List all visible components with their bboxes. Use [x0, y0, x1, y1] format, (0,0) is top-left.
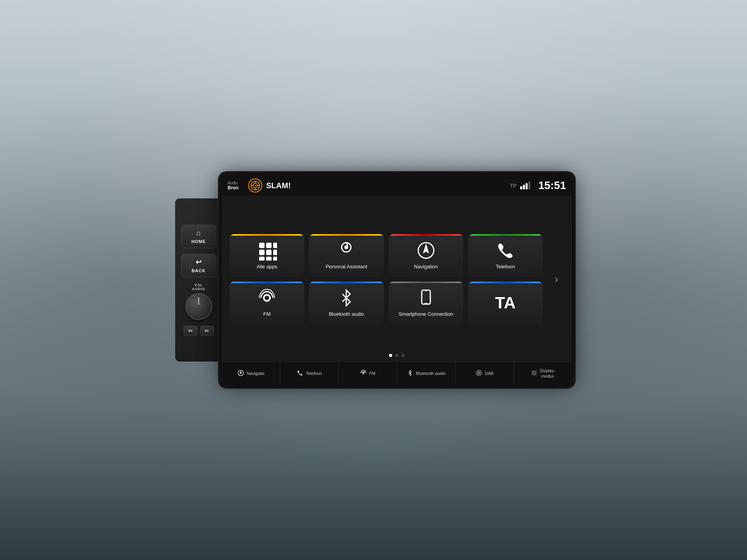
- telefoon-label: Telefoon: [496, 264, 515, 270]
- bottom-nav-dab[interactable]: DAB: [456, 362, 514, 385]
- station-name: SLAM!: [266, 181, 510, 190]
- navigation-label: Navigation: [414, 264, 438, 270]
- bottom-nav-display-modus[interactable]: Display-modus: [514, 362, 572, 385]
- signal-bar-4: [528, 182, 530, 189]
- navigatie-label: Navigatie: [247, 371, 265, 376]
- back-button[interactable]: ↩ BACK: [181, 254, 216, 277]
- back-label: BACK: [192, 268, 206, 273]
- smartphone-connection-label: Smartphone Connection: [399, 311, 453, 318]
- main-screen: Audio Bron SLAM! TP: [222, 175, 572, 385]
- svg-point-31: [533, 371, 535, 374]
- home-icon: ⌂: [196, 229, 201, 237]
- alle-apps-label: Alle apps: [256, 264, 277, 270]
- personal-assistant-icon: [336, 240, 356, 261]
- svg-rect-11: [266, 250, 272, 255]
- bottom-nav: Navigatie Telefoon: [222, 362, 572, 385]
- skip-back-button[interactable]: ⏮: [184, 326, 197, 336]
- svg-rect-12: [273, 250, 277, 255]
- fm-bottom-label: FM: [369, 371, 375, 376]
- tp-label: TP: [510, 183, 517, 189]
- svg-line-38: [535, 371, 536, 371]
- vol-label: VOL AUDIO: [192, 283, 205, 291]
- dot-3[interactable]: [402, 354, 405, 357]
- left-controls: ⌂ HOME ↩ BACK VOL AUDIO ⏮ ⏭: [175, 198, 222, 362]
- dots-indicator: [389, 354, 405, 357]
- nav-icon: [237, 369, 244, 378]
- bottom-nav-navigatie[interactable]: Navigatie: [222, 362, 280, 385]
- bluetooth-audio-label: Bluetooth audio: [329, 311, 364, 318]
- alle-apps-icon: [257, 240, 277, 261]
- tile-fm[interactable]: FM: [230, 282, 304, 324]
- tile-navigation[interactable]: Navigation: [389, 234, 463, 277]
- dab-icon-bottom: [475, 369, 482, 378]
- dot-1[interactable]: [389, 354, 392, 357]
- svg-point-27: [362, 372, 365, 374]
- home-label: HOME: [191, 239, 206, 244]
- svg-point-30: [479, 372, 479, 373]
- dot-2[interactable]: [395, 354, 398, 357]
- home-button[interactable]: ⌂ HOME: [181, 225, 216, 248]
- svg-rect-7: [259, 243, 265, 248]
- phone-icon-bottom: [296, 369, 303, 378]
- svg-point-21: [265, 296, 269, 300]
- personal-assistant-label: Personal Assistant: [326, 264, 367, 270]
- bron-label: Bron: [228, 185, 238, 191]
- svg-rect-10: [259, 250, 265, 255]
- svg-rect-22: [422, 290, 430, 304]
- ta-text: TA: [495, 294, 516, 312]
- bluetooth-icon: [336, 288, 356, 308]
- svg-line-37: [535, 374, 536, 375]
- svg-rect-9: [273, 243, 277, 248]
- tile-bluetooth-audio[interactable]: Bluetooth audio: [309, 282, 384, 324]
- bottom-nav-bluetooth[interactable]: Bluetooth audio: [397, 362, 456, 385]
- display-modus-label: Display-modus: [540, 368, 556, 378]
- svg-marker-19: [423, 243, 429, 254]
- bluetooth-bottom-label: Bluetooth audio: [416, 371, 445, 376]
- telefoon-bottom-label: Telefoon: [306, 371, 322, 376]
- bottom-nav-telefoon[interactable]: Telefoon: [280, 362, 338, 385]
- center-console: ⌂ HOME ↩ BACK VOL AUDIO ⏮ ⏭: [175, 175, 572, 385]
- skip-forward-button[interactable]: ⏭: [200, 326, 214, 336]
- svg-rect-8: [266, 243, 272, 248]
- audio-label: Audio: [228, 181, 238, 185]
- tile-telefoon[interactable]: Telefoon: [468, 234, 543, 277]
- ta-icon: TA: [495, 294, 516, 312]
- display-icon-bottom: [531, 369, 538, 378]
- signal-bars: [520, 182, 530, 189]
- smartphone-icon: [416, 288, 436, 308]
- skip-buttons: ⏮ ⏭: [184, 326, 214, 336]
- volume-control[interactable]: VOL AUDIO: [185, 283, 212, 320]
- status-right: TP 15:51: [510, 179, 566, 192]
- svg-marker-26: [240, 370, 242, 374]
- next-arrow[interactable]: ›: [549, 264, 564, 295]
- apps-grid: Alle apps Personal Assistant: [230, 234, 543, 324]
- audio-source: Audio Bron: [228, 181, 238, 191]
- tile-smartphone-connection[interactable]: Smartphone Connection: [389, 282, 463, 324]
- clock: 15:51: [538, 179, 566, 192]
- bluetooth-icon-bottom: [407, 369, 414, 378]
- back-icon: ↩: [196, 258, 202, 266]
- svg-point-2: [254, 185, 256, 186]
- grid-area: Alle apps Personal Assistant: [222, 196, 572, 362]
- signal-bar-1: [520, 186, 522, 189]
- volume-knob[interactable]: [185, 293, 212, 320]
- signal-bar-3: [526, 183, 528, 189]
- tile-alle-apps[interactable]: Alle apps: [230, 234, 304, 277]
- dab-bottom-label: DAB: [485, 371, 494, 376]
- telefoon-icon: [495, 240, 516, 261]
- bottom-nav-fm[interactable]: FM: [338, 362, 397, 385]
- tile-ta[interactable]: TA: [468, 282, 543, 324]
- svg-rect-14: [266, 257, 272, 261]
- status-bar: Audio Bron SLAM! TP: [222, 175, 572, 196]
- svg-rect-13: [259, 257, 265, 261]
- svg-line-36: [532, 371, 533, 371]
- navigation-icon: [416, 240, 436, 261]
- svg-rect-15: [273, 257, 277, 261]
- dab-icon: [248, 178, 262, 192]
- dashboard: ⌂ HOME ↩ BACK VOL AUDIO ⏮ ⏭: [0, 0, 747, 560]
- fm-icon: [257, 288, 277, 308]
- fm-label: FM: [263, 311, 271, 318]
- tile-personal-assistant[interactable]: Personal Assistant: [309, 234, 384, 277]
- radio-icon-bottom: [360, 369, 367, 378]
- signal-bar-2: [523, 185, 525, 189]
